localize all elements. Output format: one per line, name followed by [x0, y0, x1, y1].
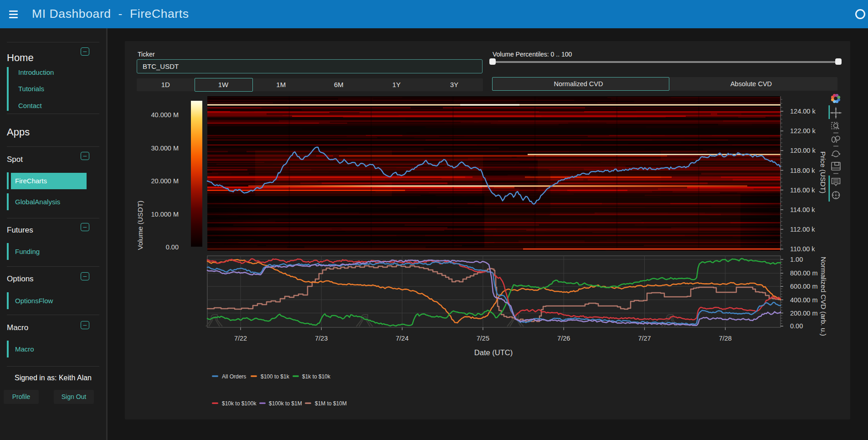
svg-text:7/25: 7/25	[477, 335, 489, 342]
svg-text:$10k to $100k: $10k to $100k	[222, 400, 257, 407]
svg-text:Price (USDT): Price (USDT)	[819, 151, 827, 193]
svg-text:7/24: 7/24	[395, 335, 408, 342]
svg-text:7/27: 7/27	[638, 335, 651, 342]
svg-text:112.00 k: 112.00 k	[790, 226, 815, 233]
svg-text:20.000 M: 20.000 M	[151, 177, 179, 185]
svg-text:0.00: 0.00	[166, 243, 179, 251]
svg-text:7/23: 7/23	[315, 335, 328, 342]
svg-text:$100k to $1M: $100k to $1M	[269, 400, 302, 407]
svg-text:124.00 k: 124.00 k	[790, 108, 816, 115]
svg-text:Volume (USDT): Volume (USDT)	[136, 201, 144, 250]
svg-text:110.00 k: 110.00 k	[790, 245, 815, 253]
svg-text:7/26: 7/26	[557, 335, 570, 342]
svg-text:200.00 m: 200.00 m	[790, 310, 817, 317]
svg-text:40.000 M: 40.000 M	[151, 111, 179, 119]
svg-text:122.00 k: 122.00 k	[790, 127, 816, 135]
svg-text:400.00 m: 400.00 m	[790, 296, 817, 304]
svg-text:$1k to $10k: $1k to $10k	[302, 373, 331, 380]
svg-text:800.00 m: 800.00 m	[790, 269, 817, 277]
svg-text:7/28: 7/28	[719, 335, 732, 342]
svg-text:Normalized CVD (arb. u.): Normalized CVD (arb. u.)	[820, 257, 827, 336]
svg-text:120.00 k: 120.00 k	[790, 147, 816, 154]
svg-text:Date (UTC): Date (UTC)	[474, 348, 513, 357]
svg-text:116.00 k: 116.00 k	[790, 186, 815, 194]
svg-text:All Orders: All Orders	[222, 373, 246, 380]
svg-text:600.00 m: 600.00 m	[790, 283, 817, 290]
svg-text:10.000 M: 10.000 M	[151, 211, 179, 218]
svg-text:30.000 M: 30.000 M	[151, 145, 179, 152]
svg-text:1.00: 1.00	[790, 256, 803, 263]
svg-text:114.00 k: 114.00 k	[790, 206, 815, 213]
svg-text:7/22: 7/22	[234, 335, 247, 342]
svg-text:$100 to $1k: $100 to $1k	[261, 373, 290, 380]
svg-text:0.00: 0.00	[790, 322, 803, 330]
svg-text:$1M to $10M: $1M to $10M	[315, 400, 347, 407]
svg-text:118.00 k: 118.00 k	[790, 167, 815, 174]
